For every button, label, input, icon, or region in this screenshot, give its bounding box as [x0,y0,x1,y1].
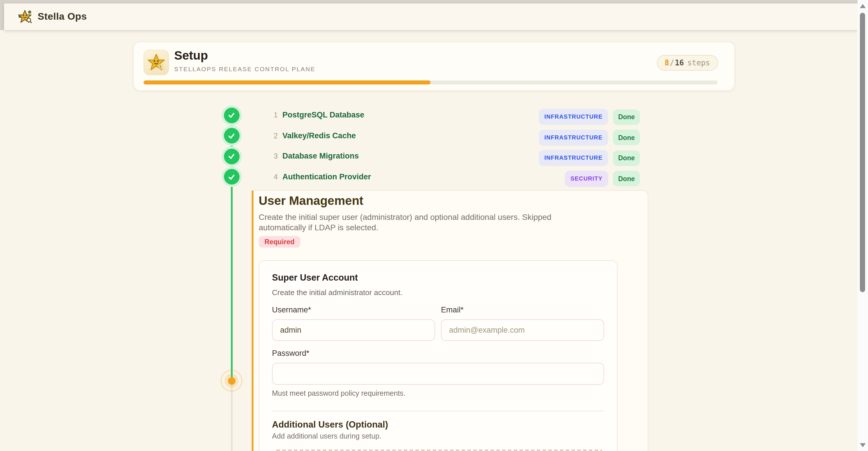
setup-header-card: Setup STELLAOPS RELEASE CONTROL PLANE 8 … [133,42,735,91]
status-badge: Done [613,109,640,125]
step-row-database-migrations[interactable]: 3 Database Migrations INFRASTRUCTURE Don… [0,150,868,163]
super-user-description: Create the initial administrator account… [272,288,604,297]
step-title: Database Migrations [282,150,359,163]
step-number: 1 [265,109,278,122]
steps-done-count: 8 [664,58,669,67]
scrollbar-up-arrow-icon[interactable] [860,4,866,8]
setup-progress-bar [144,80,717,85]
step-row-valkey-redis[interactable]: 2 Valkey/Redis Cache INFRASTRUCTURE Done [0,129,868,142]
top-navigation-bar: Stella Ops [4,3,858,30]
category-badge: INFRASTRUCTURE [538,150,608,166]
steps-separator: / [669,58,675,67]
scrollbar-down-arrow-icon[interactable] [860,443,866,447]
steps-total-count: 16 [675,58,684,67]
steps-suffix: steps [687,58,710,67]
setup-page: Stella Ops Setup STELLAOPS RELEASE CONTR… [0,0,868,451]
super-user-title: Super User Account [272,272,604,283]
email-label: Email* [441,305,604,314]
status-badge: Done [613,171,640,186]
progress-fill [144,80,431,85]
super-user-account-card: Super User Account Create the initial ad… [259,260,617,451]
current-step-indicator-dot [228,377,235,384]
additional-users-description: Add additional users during setup. [272,432,604,440]
password-input[interactable] [272,363,604,385]
username-label: Username* [272,305,435,314]
setup-logo-icon [144,50,169,75]
page-subtitle: STELLAOPS RELEASE CONTROL PLANE [174,65,315,72]
step-number: 2 [265,129,278,142]
category-badge: INFRASTRUCTURE [538,129,608,146]
status-badge: Done [613,150,640,166]
user-management-panel: User Management Create the initial super… [252,190,648,451]
step-title: Valkey/Redis Cache [282,129,356,142]
section-divider [272,411,604,411]
step-number: 4 [265,170,278,183]
username-input[interactable] [272,319,435,341]
password-label: Password* [272,349,604,358]
step-row-postgresql[interactable]: 1 PostgreSQL Database INFRASTRUCTURE Don… [0,109,868,122]
vertical-scrollbar[interactable] [858,0,868,451]
category-badge: SECURITY [565,170,609,187]
add-another-user-button[interactable]: + Add Another User [272,450,604,451]
scrollbar-thumb[interactable] [860,13,865,292]
brand-name[interactable]: Stella Ops [38,11,87,23]
required-badge: Required [259,236,300,248]
page-title: Setup [174,49,208,63]
email-input[interactable] [441,319,604,341]
steps-counter-badge: 8 / 16 steps [656,55,718,71]
section-title: User Management [259,194,363,208]
step-row-authentication-provider[interactable]: 4 Authentication Provider SECURITY Done [0,170,868,183]
category-badge: INFRASTRUCTURE [538,109,608,125]
password-hint: Must meet password policy requirements. [272,389,604,397]
additional-users-title: Additional Users (Optional) [272,419,604,430]
step-title: PostgreSQL Database [282,109,364,122]
section-description: Create the initial super user (administr… [259,212,593,233]
step-number: 3 [265,150,278,163]
stellaops-logo-icon [18,9,32,24]
status-badge: Done [613,130,640,145]
step-title: Authentication Provider [282,170,371,183]
